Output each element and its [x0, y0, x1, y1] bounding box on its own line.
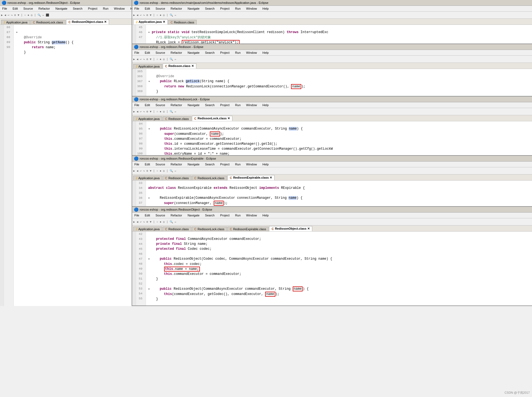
tab-redisson-class-sec5[interactable]: C Redisson.class	[163, 227, 191, 231]
menu-refactor[interactable]: Refactor	[37, 6, 51, 11]
sec2-menu-source[interactable]: Source	[154, 50, 166, 55]
sec3-code-content: ● public RedissonLock(CommandAsyncExecut…	[146, 121, 532, 155]
sec4-menu-refactor[interactable]: Refactor	[170, 162, 183, 167]
sec5-code-editor: 42 43 44 45 46 47 48 49 50 51 52 53	[132, 232, 532, 305]
tab-redissonlock-class-sec5[interactable]: C RedissonLock.class	[192, 227, 227, 231]
left-code-content: ● @Override public String getName() { re…	[14, 25, 132, 306]
sec5-line-numbers: 42 43 44 45 46 47 48 49 50 51 52 53	[136, 232, 146, 305]
sec4-menu-search[interactable]: Search	[204, 162, 216, 167]
menu-search[interactable]: Search	[72, 6, 84, 11]
tab-redissonlock-class-sec3[interactable]: C RedissonLock.class ✕	[192, 116, 233, 121]
sec4-menu-help[interactable]: Help	[261, 162, 270, 167]
tr-toolbar: ▶ ◀ ↩ ↪ ⚙ ▼ | ○ ● ◎ | 🔍 ✏	[132, 12, 532, 19]
tr-menu-edit[interactable]: Edit	[144, 6, 151, 11]
menu-navigate[interactable]: Navigate	[54, 6, 68, 11]
sec3-tab-bar: J Application.java C Redisson.class C Re…	[132, 115, 532, 121]
tab-application-java-sec5[interactable]: J Application.java	[133, 227, 162, 231]
sec5-title-bar: 🔵 roncoo-eshop - org.redisson.RedissonOb…	[132, 207, 532, 213]
sec2-menu-navigate[interactable]: Navigate	[186, 50, 200, 55]
sec2-menu-help[interactable]: Help	[261, 50, 270, 55]
sec5-menu-source[interactable]: Source	[154, 213, 166, 218]
tab-redissonlock-class-sec4[interactable]: C RedissonLock.class	[192, 176, 227, 180]
sec5-menu-refactor[interactable]: Refactor	[170, 213, 183, 218]
sec3-menu-run[interactable]: Run	[234, 103, 242, 107]
tab-redissonexpirable-class-sec5[interactable]: C RedissonExpirable.class	[227, 227, 269, 231]
sec5-menu-search[interactable]: Search	[204, 213, 216, 218]
tr-code-editor: 45 46 47 ● private static void testRedis…	[132, 25, 532, 44]
section-application: 🔵 roncoo-eshop - demo-redisson/src/main/…	[132, 0, 532, 44]
sec3-menu-source[interactable]: Source	[154, 103, 166, 107]
sec4-menu-project[interactable]: Project	[219, 162, 230, 167]
sec3-toolbar: ▶ ◀ ↩ ↪ ⚙ ▼ | ○ ● ◎ | 🔍 ✏	[132, 108, 532, 115]
sec5-menu-run[interactable]: Run	[234, 213, 242, 218]
sec2-menu-window[interactable]: Window	[245, 50, 258, 55]
sec5-menu-project[interactable]: Project	[219, 213, 230, 218]
tab-redisson-class-sec2[interactable]: C Redisson.class ✕	[163, 63, 196, 69]
menu-window[interactable]: Window	[113, 6, 126, 11]
watermark: CSDN @子苑2017	[504, 391, 530, 395]
tr-menu-source[interactable]: Source	[154, 6, 166, 11]
sec3-menu-edit[interactable]: Edit	[144, 103, 151, 107]
menu-source[interactable]: Source	[22, 6, 34, 11]
sec3-menu-help[interactable]: Help	[261, 103, 270, 107]
tr-menu-refactor[interactable]: Refactor	[170, 6, 183, 11]
sec2-menu-run[interactable]: Run	[234, 50, 242, 55]
tab-redissonobject-class-sec5[interactable]: C RedissonObject.class ✕	[269, 226, 312, 231]
sec5-menu-window[interactable]: Window	[245, 213, 258, 218]
sec2-menu-project[interactable]: Project	[219, 50, 230, 55]
sec2-menu-edit[interactable]: Edit	[144, 50, 151, 55]
tab-redissonobject-class-left[interactable]: C RedissonObject.class ✕	[66, 19, 109, 25]
sec3-menu-file[interactable]: File	[133, 103, 140, 107]
tr-menu-file[interactable]: File	[133, 6, 140, 11]
sec2-menu-refactor[interactable]: Refactor	[170, 50, 183, 55]
sec3-menu-navigate[interactable]: Navigate	[186, 103, 200, 107]
sec4-menu-edit[interactable]: Edit	[144, 162, 151, 167]
tab-application-java-sec4[interactable]: J Application.java	[133, 176, 162, 180]
sec5-menu-bar[interactable]: File Edit Source Refactor Navigate Searc…	[132, 213, 532, 218]
sec4-menu-run[interactable]: Run	[234, 162, 242, 167]
tab-redisson-class-sec4[interactable]: C Redisson.class	[163, 176, 191, 180]
sec5-menu-edit[interactable]: Edit	[144, 213, 151, 218]
tr-menu-run[interactable]: Run	[234, 6, 242, 11]
tab-application-java-sec3[interactable]: J Application.java	[133, 116, 162, 121]
left-panel: 🔵 roncoo-eshop - org.redisson.RedissonOb…	[0, 0, 132, 306]
tab-application-java-sec2[interactable]: J Application.java	[133, 64, 162, 69]
sec2-menu-bar[interactable]: File Edit Source Refactor Navigate Searc…	[132, 50, 532, 56]
sec3-menu-refactor[interactable]: Refactor	[170, 103, 183, 107]
tab-redisson-class-sec3[interactable]: C Redisson.class	[163, 116, 191, 121]
tr-menu-navigate[interactable]: Navigate	[186, 6, 200, 11]
sec4-menu-bar[interactable]: File Edit Source Refactor Navigate Searc…	[132, 162, 532, 167]
sec3-menu-bar[interactable]: File Edit Source Refactor Navigate Searc…	[132, 102, 532, 108]
sec4-menu-navigate[interactable]: Navigate	[186, 162, 200, 167]
sec5-menu-help[interactable]: Help	[261, 213, 270, 218]
menu-run[interactable]: Run	[102, 6, 110, 11]
menu-file[interactable]: File	[1, 6, 8, 11]
sec4-menu-window[interactable]: Window	[245, 162, 258, 167]
sec3-menu-project[interactable]: Project	[219, 103, 230, 107]
menu-edit[interactable]: Edit	[12, 6, 19, 11]
tab-redissonlock-class-left[interactable]: C RedissonLock.class	[31, 20, 66, 25]
tr-code-content: ● private static void testRedissonSimple…	[146, 25, 532, 44]
sec4-menu-source[interactable]: Source	[154, 162, 166, 167]
tr-menu-window[interactable]: Window	[245, 6, 258, 11]
tr-menu-help[interactable]: Help	[261, 6, 270, 11]
section-redissonexpirable: 🔵 roncoo-eshop - org.redisson.RedissonEx…	[132, 156, 532, 207]
sec5-menu-file[interactable]: File	[133, 213, 140, 218]
sec2-code-editor: 365 366 367 368 369 @Override ● public R…	[132, 69, 532, 96]
left-menu-bar[interactable]: File Edit Source Refactor Navigate Searc…	[0, 6, 132, 12]
sec4-menu-file[interactable]: File	[133, 162, 140, 167]
tr-menu-search[interactable]: Search	[204, 6, 216, 11]
tab-application-java-left[interactable]: J Application.java	[1, 20, 30, 25]
tab-redissonexpirable-class-sec4[interactable]: C RedissonExpirable.class ✕	[227, 175, 275, 180]
tab-application-java-tr[interactable]: J Application.java ✕	[133, 19, 168, 25]
sec3-menu-search[interactable]: Search	[204, 103, 216, 107]
tab-redisson-class-tr[interactable]: C Redisson.class	[168, 20, 197, 25]
sec2-menu-file[interactable]: File	[133, 50, 140, 55]
tr-menu-project[interactable]: Project	[219, 6, 230, 11]
tr-menu-bar[interactable]: File Edit Source Refactor Navigate Searc…	[132, 6, 532, 12]
menu-project[interactable]: Project	[87, 6, 98, 11]
sec3-menu-window[interactable]: Window	[245, 103, 258, 107]
sec2-menu-search[interactable]: Search	[204, 50, 216, 55]
sec5-menu-navigate[interactable]: Navigate	[186, 213, 200, 218]
section-redissonlock: 🔵 roncoo-eshop - org.redisson.RedissonLo…	[132, 96, 532, 156]
